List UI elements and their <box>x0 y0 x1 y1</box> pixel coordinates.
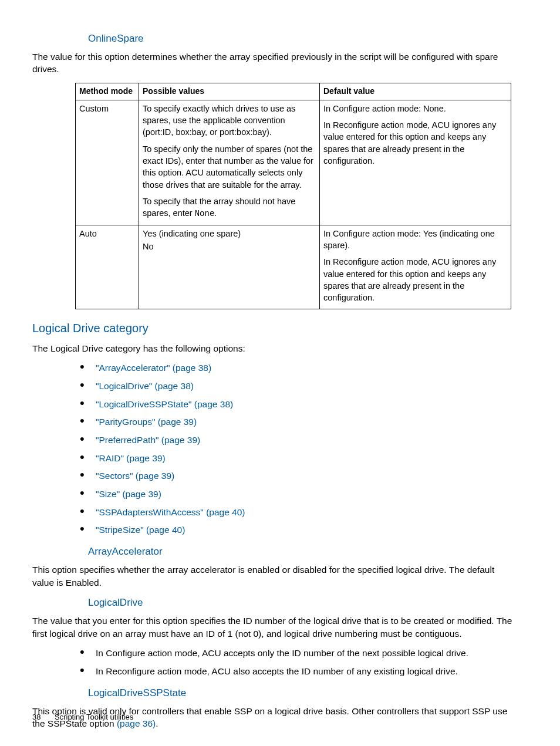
table-row: Auto Yes (indicating one spare) No In Co… <box>76 225 511 309</box>
onlinespare-table: Method mode Possible values Default valu… <box>75 83 511 309</box>
link-preferredpath[interactable]: "PreferredPath" (page 39) <box>96 435 200 445</box>
ldc-intro: The Logical Drive category has the follo… <box>32 342 513 355</box>
cell-text: Yes (indicating one spare) <box>143 228 316 239</box>
th-possible-values: Possible values <box>139 83 320 100</box>
list-item: "ArrayAccelerator" (page 38) <box>75 362 513 374</box>
heading-onlinespare: OnlineSpare <box>88 32 513 46</box>
list-item: "ParityGroups" (page 39) <box>75 416 513 428</box>
list-item: "RAID" (page 39) <box>75 452 513 465</box>
cell-default: In Configure action mode: Yes (indicatin… <box>320 225 511 309</box>
cell-text: In Reconfigure action mode, ACU ignores … <box>323 119 507 167</box>
link-logicaldrive[interactable]: "LogicalDrive" (page 38) <box>96 381 194 391</box>
list-item: "LogicalDrive" (page 38) <box>75 380 513 393</box>
list-item: In Reconfigure action mode, ACU also acc… <box>75 665 513 678</box>
link-sectors[interactable]: "Sectors" (page 39) <box>96 471 174 481</box>
cell-text: To specify only the number of spares (no… <box>143 143 316 191</box>
table-row: Custom To specify exactly which drives t… <box>76 100 511 225</box>
onlinespare-intro: The value for this option determines whe… <box>32 50 513 76</box>
code-none: None <box>195 209 215 218</box>
link-logicaldrivesspstate[interactable]: "LogicalDriveSSPState" (page 38) <box>96 399 233 409</box>
footer-title: Scripting Toolkit utilities <box>55 713 133 721</box>
heading-logicaldrive: LogicalDrive <box>88 596 513 610</box>
page-number: 38 <box>32 712 55 723</box>
page: OnlineSpare The value for this option de… <box>0 0 560 746</box>
list-item: In Configure action mode, ACU accepts on… <box>75 647 513 660</box>
th-default-value: Default value <box>320 83 511 100</box>
heading-logicaldrivesspstate: LogicalDriveSSPState <box>88 686 513 700</box>
list-item: "LogicalDriveSSPState" (page 38) <box>75 398 513 411</box>
list-item: "Sectors" (page 39) <box>75 470 513 482</box>
link-raid[interactable]: "RAID" (page 39) <box>96 453 166 463</box>
cell-text: In Configure action mode: Yes (indicatin… <box>323 228 507 252</box>
list-item: "Size" (page 39) <box>75 488 513 501</box>
cell-mode: Auto <box>76 225 139 309</box>
heading-logical-drive-category: Logical Drive category <box>32 320 513 336</box>
arrayaccelerator-para: This option specifies whether the array … <box>32 563 513 589</box>
logicaldrive-para: The value that you enter for this option… <box>32 615 513 640</box>
ldc-option-list: "ArrayAccelerator" (page 38) "LogicalDri… <box>75 362 513 536</box>
cell-possible: Yes (indicating one spare) No <box>139 225 320 309</box>
cell-text: In Configure action mode: None. <box>323 103 507 114</box>
cell-text: To specify exactly which drives to use a… <box>143 103 316 139</box>
heading-arrayaccelerator: ArrayAccelerator <box>88 545 513 559</box>
link-arrayaccelerator[interactable]: "ArrayAccelerator" (page 38) <box>96 363 211 373</box>
cell-text: No <box>143 241 316 252</box>
list-item: "StripeSize" (page 40) <box>75 524 513 536</box>
logicaldrive-bullets: In Configure action mode, ACU accepts on… <box>75 647 513 677</box>
table-header-row: Method mode Possible values Default valu… <box>76 83 511 100</box>
cell-mode: Custom <box>76 100 139 225</box>
th-method-mode: Method mode <box>76 83 139 100</box>
page-footer: 38Scripting Toolkit utilities <box>32 712 133 723</box>
list-item: "PreferredPath" (page 39) <box>75 434 513 447</box>
cell-text: To specify that the array should not hav… <box>143 195 316 220</box>
cell-possible: To specify exactly which drives to use a… <box>139 100 320 225</box>
link-paritygroups[interactable]: "ParityGroups" (page 39) <box>96 417 197 427</box>
cell-text: In Reconfigure action mode, ACU ignores … <box>323 256 507 303</box>
link-stripesize[interactable]: "StripeSize" (page 40) <box>96 525 185 535</box>
list-item: "SSPAdaptersWithAccess" (page 40) <box>75 506 513 519</box>
link-sspadapterswithaccess[interactable]: "SSPAdaptersWithAccess" (page 40) <box>96 507 245 517</box>
cell-default: In Configure action mode: None. In Recon… <box>320 100 511 225</box>
link-size[interactable]: "Size" (page 39) <box>96 489 161 499</box>
